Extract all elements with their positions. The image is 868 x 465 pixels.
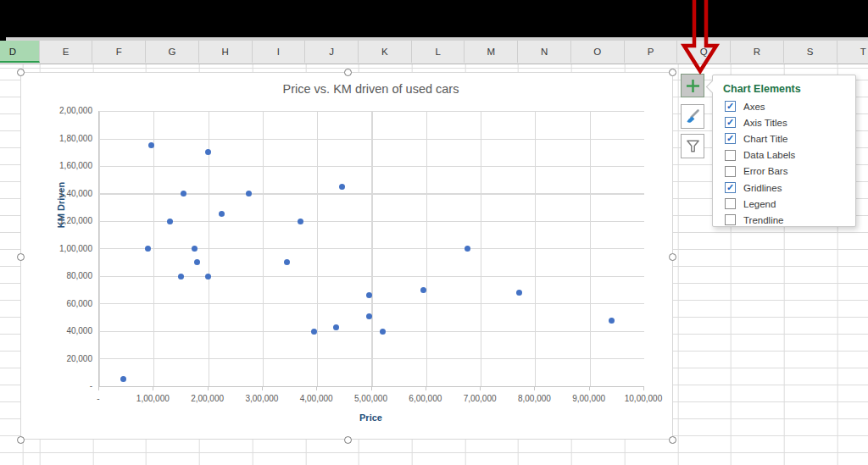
column-header-I[interactable]: I — [253, 41, 306, 63]
x-axis-tick — [208, 387, 209, 390]
data-point — [148, 142, 154, 148]
y-tick-label: 2,00,000 — [33, 106, 92, 115]
chart-resize-handle[interactable] — [17, 436, 25, 444]
x-tick-label: 1,00,000 — [123, 394, 182, 403]
x-tick-label: - — [69, 394, 128, 403]
column-header-J[interactable]: J — [305, 41, 359, 63]
y-tick-label: 1,40,000 — [33, 189, 92, 198]
chart-resize-handle[interactable] — [669, 253, 676, 261]
column-header-N[interactable]: N — [518, 41, 571, 63]
chart-resize-handle[interactable] — [344, 436, 352, 444]
chart-resize-handle[interactable] — [17, 253, 25, 261]
data-point — [145, 246, 151, 252]
chart-elements-panel: Chart Elements ✓Axes✓Axis Titles✓Chart T… — [712, 75, 856, 227]
x-tick-label: 5,00,000 — [342, 394, 401, 403]
chart-object[interactable]: Price vs. KM driven of used cars KM Driv… — [20, 72, 673, 440]
top-black-bar — [0, 0, 868, 37]
column-header-Q[interactable]: Q — [677, 41, 731, 63]
x-axis-tick — [643, 387, 644, 390]
checkbox-checked[interactable]: ✓ — [725, 182, 736, 193]
x-tick-label: 7,00,000 — [450, 394, 509, 403]
chart-elements-list: ✓Axes✓Axis Titles✓Chart TitleData Labels… — [713, 98, 855, 229]
x-axis-tick — [98, 387, 99, 390]
chart-element-option-axes[interactable]: ✓Axes — [713, 98, 855, 114]
column-header-F[interactable]: F — [92, 41, 146, 63]
data-point — [609, 318, 615, 324]
chart-element-option-trendline[interactable]: Trendline — [713, 212, 855, 228]
column-header-P[interactable]: P — [625, 41, 678, 63]
y-tick-label: 60,000 — [33, 299, 92, 308]
excel-window: DEFGHIJKLMNOPQRST Price vs. KM driven of… — [0, 0, 868, 465]
checkbox-unchecked[interactable] — [725, 150, 736, 161]
y-tick-label: 80,000 — [33, 271, 92, 280]
column-header-E[interactable]: E — [40, 41, 93, 63]
x-axis-tick — [371, 387, 372, 390]
chart-element-option-error-bars[interactable]: Error Bars — [713, 163, 855, 180]
chart-resize-handle[interactable] — [344, 69, 352, 76]
column-header-S[interactable]: S — [784, 41, 837, 63]
column-header-M[interactable]: M — [465, 41, 518, 63]
checkbox-checked[interactable]: ✓ — [725, 101, 736, 112]
chart-element-option-data-labels[interactable]: Data Labels — [713, 147, 855, 163]
x-axis-tick — [426, 387, 426, 390]
plus-icon — [686, 79, 700, 93]
checkbox-unchecked[interactable] — [725, 198, 736, 209]
chart-resize-handle[interactable] — [669, 69, 676, 76]
column-header-L[interactable]: L — [412, 41, 465, 63]
checkbox-checked[interactable]: ✓ — [725, 117, 736, 128]
checkbox-unchecked[interactable] — [725, 166, 736, 177]
column-header-H[interactable]: H — [199, 41, 253, 63]
plot-area[interactable] — [98, 111, 644, 387]
x-tick-label: 3,00,000 — [232, 394, 292, 403]
chart-styles-button[interactable] — [681, 104, 704, 129]
data-point — [205, 149, 211, 155]
y-tick-label: 20,000 — [33, 354, 92, 363]
checkbox-unchecked[interactable] — [725, 214, 736, 225]
funnel-icon — [685, 138, 701, 154]
y-tick-label: 40,000 — [33, 326, 92, 335]
data-point — [219, 211, 225, 217]
y-axis-title[interactable]: KM Driven — [56, 158, 66, 252]
data-point — [205, 274, 211, 280]
y-tick-label: 1,60,000 — [33, 161, 92, 170]
x-tick-label: 4,00,000 — [287, 394, 346, 403]
column-header-band: DEFGHIJKLMNOPQRST — [0, 41, 868, 64]
x-tick-label: 9,00,000 — [559, 394, 619, 403]
data-point — [181, 191, 186, 197]
chart-elements-panel-title: Chart Elements — [713, 75, 855, 98]
x-axis-tick — [589, 387, 590, 390]
x-axis-tick — [153, 387, 153, 390]
chart-element-label: Data Labels — [743, 150, 795, 160]
y-tick-label: 1,80,000 — [33, 134, 92, 143]
chart-resize-handle[interactable] — [17, 69, 25, 76]
data-point — [465, 246, 470, 252]
chart-title[interactable]: Price vs. KM driven of used cars — [98, 82, 643, 96]
column-header-G[interactable]: G — [146, 41, 199, 63]
chart-element-label: Error Bars — [743, 166, 787, 176]
data-point — [298, 219, 303, 224]
column-header-K[interactable]: K — [359, 41, 412, 63]
column-header-T[interactable]: T — [837, 41, 868, 63]
data-point — [380, 329, 386, 335]
data-point — [420, 287, 426, 293]
column-header-R[interactable]: R — [731, 41, 784, 63]
x-axis-tick — [262, 387, 263, 390]
x-axis-tick — [480, 387, 481, 390]
chart-element-option-legend[interactable]: Legend — [713, 196, 855, 212]
column-header-O[interactable]: O — [571, 41, 625, 63]
chart-element-option-chart-title[interactable]: ✓Chart Title — [713, 130, 855, 147]
chart-elements-button[interactable] — [681, 74, 704, 97]
paintbrush-icon — [684, 108, 701, 125]
chart-element-option-gridlines[interactable]: ✓Gridlines — [713, 180, 855, 196]
chart-resize-handle[interactable] — [669, 436, 676, 444]
data-point — [516, 290, 522, 296]
column-header-D[interactable]: D — [0, 41, 40, 63]
chart-element-option-axis-titles[interactable]: ✓Axis Titles — [713, 114, 855, 130]
chart-element-label: Chart Title — [743, 134, 787, 144]
data-point — [311, 329, 317, 335]
data-point — [333, 324, 339, 330]
chart-filters-button[interactable] — [681, 134, 704, 158]
x-axis-title[interactable]: Price — [98, 412, 643, 423]
checkbox-checked[interactable]: ✓ — [725, 133, 736, 144]
x-tick-label: 2,00,000 — [178, 394, 237, 403]
